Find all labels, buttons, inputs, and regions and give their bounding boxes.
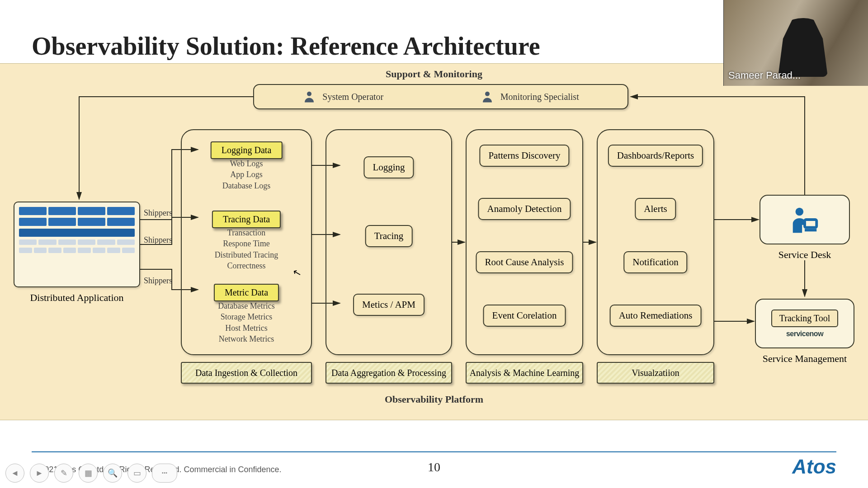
box-auto-remediations: Auto Remediations xyxy=(610,305,702,327)
logging-items: Web Logs App Logs Database Logs xyxy=(182,158,311,191)
box-event-correlation: Event Corelation xyxy=(483,305,566,327)
item: Storage Metrics xyxy=(182,311,311,322)
service-mgmt-label: Service Management xyxy=(755,353,854,365)
box-root-cause: Root Cause Analysis xyxy=(476,251,573,273)
slide: Observability Solution: Reference Archit… xyxy=(0,0,868,488)
pill-logging-data: Logging Data xyxy=(211,141,283,159)
pill-tracing-data: Tracing Data xyxy=(212,211,281,228)
role-monitoring-specialist: Monitoring Specialist xyxy=(481,90,579,103)
stage-data-aggregation: Data Aggregation & Processing xyxy=(326,362,452,384)
service-desk-box xyxy=(760,195,850,244)
item: Database Metrics xyxy=(182,300,311,311)
servicenow-logo: servicenow xyxy=(786,330,823,338)
stage-analysis-ml: Analysis & Machine Learning xyxy=(466,362,583,384)
service-mgmt-box: Tracking Tool servicenow xyxy=(755,299,854,348)
svg-point-1 xyxy=(485,92,490,96)
item: Respone Time xyxy=(182,238,311,249)
next-button[interactable]: ► xyxy=(30,464,49,483)
item: Network Metrics xyxy=(182,333,311,344)
observability-platform-label: Observability Platform xyxy=(0,394,868,405)
shipper-label: Shippers xyxy=(144,208,172,218)
box-tracing: Tracing xyxy=(365,225,413,247)
box-alerts: Alerts xyxy=(635,198,676,220)
stage-data-ingestion: Data Ingestion & Collection xyxy=(181,362,312,384)
service-desk-label: Service Desk xyxy=(760,249,850,261)
col-analysis-ml: Patterns Discovery Anamoly Detection Roo… xyxy=(466,129,583,355)
col-visualization: Dashboards/Reports Alerts Notification A… xyxy=(597,129,714,355)
more-button[interactable]: ••• xyxy=(152,464,177,483)
footer-divider xyxy=(32,451,836,452)
role-label: System Operator xyxy=(322,92,383,102)
svg-point-0 xyxy=(307,92,311,96)
person-icon xyxy=(302,90,316,103)
roles-bar: System Operator Monitoring Specialist xyxy=(253,84,628,109)
pill-metric-data: Metric Data xyxy=(214,284,279,301)
metric-items: Database Metrics Storage Metrics Host Me… xyxy=(182,300,311,344)
slides-button[interactable]: ▦ xyxy=(79,464,98,483)
diagram-area: Support & Monitoring System Operator Mon… xyxy=(0,63,868,420)
webcam-overlay: Sameer Parad... xyxy=(723,0,868,86)
shipper-label: Shippers xyxy=(144,235,172,245)
item: Web Logs xyxy=(182,158,311,169)
tracing-items: Transaction Respone Time Distributed Tra… xyxy=(182,227,311,271)
tracking-tool-box: Tracking Tool xyxy=(771,310,839,327)
col-data-ingestion: Logging Data Web Logs App Logs Database … xyxy=(181,129,312,355)
role-label: Monitoring Specialist xyxy=(500,92,579,102)
distributed-app-inner xyxy=(19,207,135,282)
zoom-button[interactable]: 🔍 xyxy=(103,464,122,483)
role-system-operator: System Operator xyxy=(302,90,383,103)
col-data-aggregation: Logging Tracing Metics / APM xyxy=(326,129,452,355)
stage-visualization: Visualzatiion xyxy=(597,362,714,384)
shipper-label: Shippers xyxy=(144,276,172,286)
item: Host Metrics xyxy=(182,323,311,333)
svg-point-2 xyxy=(796,208,804,216)
item: Distributed Tracing xyxy=(182,249,311,260)
webcam-silhouette xyxy=(778,18,828,77)
box-logging: Logging xyxy=(363,156,414,178)
distributed-app-panel xyxy=(14,202,140,287)
box-anomaly-detection: Anamoly Detection xyxy=(478,198,571,220)
pen-button[interactable]: ✎ xyxy=(54,464,73,483)
box-metrics-apm: Metics / APM xyxy=(353,294,425,316)
item: App Logs xyxy=(182,169,311,180)
service-desk-icon xyxy=(789,204,821,235)
item: Transaction xyxy=(182,227,311,238)
webcam-name-label: Sameer Parad... xyxy=(728,70,801,81)
atos-logo: Atos xyxy=(792,455,836,478)
slide-title: Observability Solution: Reference Archit… xyxy=(32,32,540,61)
prev-button[interactable]: ◄ xyxy=(5,464,24,483)
item: Database Logs xyxy=(182,180,311,191)
svg-rect-3 xyxy=(805,220,816,228)
distributed-app-label: Distributed Application xyxy=(14,292,140,304)
page-number: 10 xyxy=(428,460,440,474)
box-dashboards: Dashboards/Reports xyxy=(608,145,703,167)
subtitle-button[interactable]: ▭ xyxy=(127,464,146,483)
box-patterns-discovery: Patterns Discovery xyxy=(479,145,569,167)
box-notification: Notification xyxy=(623,251,687,273)
item: Correctness xyxy=(182,260,311,271)
presentation-toolbar: ◄ ► ✎ ▦ 🔍 ▭ ••• xyxy=(5,464,177,483)
person-icon xyxy=(481,90,494,103)
